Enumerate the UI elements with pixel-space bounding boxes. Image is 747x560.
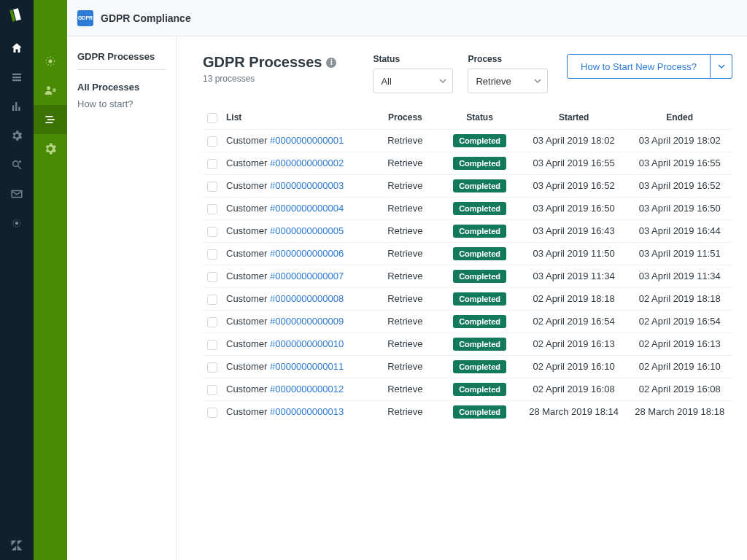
process-cell: Retrieve bbox=[372, 265, 439, 287]
side-link-how-to-start[interactable]: How to start? bbox=[77, 98, 166, 109]
customer-cell: Customer #0000000000011 bbox=[222, 355, 372, 378]
chevron-down-icon bbox=[718, 63, 725, 70]
process-cell: Retrieve bbox=[372, 378, 439, 400]
nav-admin-icon[interactable] bbox=[0, 121, 34, 150]
status-badge: Completed bbox=[453, 383, 506, 396]
customer-prefix: Customer bbox=[226, 361, 270, 372]
status-filter-label: Status bbox=[373, 54, 453, 64]
customer-link[interactable]: #0000000000007 bbox=[270, 271, 344, 281]
processes-table: List Process Status Started Ended Custom… bbox=[203, 106, 732, 423]
customer-link[interactable]: #0000000000010 bbox=[270, 338, 344, 349]
customer-cell: Customer #0000000000010 bbox=[222, 332, 372, 355]
process-filter-select[interactable]: Retrieve bbox=[468, 69, 548, 93]
nav-search-icon[interactable] bbox=[0, 150, 34, 179]
status-badge: Completed bbox=[453, 225, 506, 238]
topbar: GDPR GDPR Compliance bbox=[67, 0, 747, 36]
row-checkbox[interactable] bbox=[207, 227, 217, 237]
status-cell: Completed bbox=[438, 287, 521, 310]
status-filter-select[interactable]: All bbox=[373, 69, 453, 93]
ended-cell: 02 April 2019 16:13 bbox=[627, 332, 732, 355]
customer-link[interactable]: #0000000000001 bbox=[270, 135, 344, 146]
subnav-overview-icon[interactable] bbox=[34, 47, 67, 76]
customer-cell: Customer #0000000000012 bbox=[222, 378, 372, 400]
th-process: Process bbox=[372, 106, 439, 129]
status-filter-value: All bbox=[381, 76, 391, 87]
started-cell: 02 April 2019 16:08 bbox=[521, 378, 627, 400]
customer-link[interactable]: #0000000000005 bbox=[270, 225, 344, 236]
svg-point-9 bbox=[47, 86, 50, 90]
ended-cell: 03 April 2019 18:02 bbox=[627, 129, 732, 152]
status-badge: Completed bbox=[453, 338, 506, 351]
customer-cell: Customer #0000000000009 bbox=[222, 310, 372, 332]
process-cell: Retrieve bbox=[372, 152, 439, 174]
brand-footer-icon bbox=[0, 531, 34, 560]
status-cell: Completed bbox=[438, 174, 521, 197]
row-checkbox[interactable] bbox=[207, 136, 217, 147]
row-checkbox[interactable] bbox=[207, 272, 217, 282]
started-cell: 02 April 2019 16:10 bbox=[521, 355, 627, 378]
row-checkbox[interactable] bbox=[207, 385, 217, 395]
customer-prefix: Customer bbox=[226, 271, 270, 281]
customer-prefix: Customer bbox=[226, 316, 270, 327]
nav-home-icon[interactable] bbox=[0, 34, 34, 63]
svg-rect-10 bbox=[45, 116, 53, 117]
status-badge: Completed bbox=[453, 270, 506, 283]
row-checkbox[interactable] bbox=[207, 317, 217, 327]
nav-mail-icon[interactable] bbox=[0, 179, 34, 209]
customer-link[interactable]: #0000000000009 bbox=[270, 316, 344, 327]
app-title: GDPR Compliance bbox=[101, 12, 191, 24]
process-cell: Retrieve bbox=[372, 355, 439, 378]
customer-link[interactable]: #0000000000013 bbox=[270, 406, 344, 417]
chevron-down-icon bbox=[534, 77, 541, 85]
customer-link[interactable]: #0000000000006 bbox=[270, 248, 344, 259]
nav-apps-icon[interactable] bbox=[0, 209, 34, 238]
select-all-checkbox[interactable] bbox=[207, 113, 217, 123]
row-checkbox[interactable] bbox=[207, 204, 217, 214]
customer-link[interactable]: #0000000000012 bbox=[270, 384, 344, 394]
info-icon[interactable]: i bbox=[326, 58, 336, 68]
status-badge: Completed bbox=[453, 315, 506, 328]
row-checkbox[interactable] bbox=[207, 408, 217, 418]
subnav-settings-icon[interactable] bbox=[34, 134, 67, 163]
customer-cell: Customer #0000000000006 bbox=[222, 242, 372, 265]
subnav-customers-icon[interactable] bbox=[34, 76, 67, 105]
customer-cell: Customer #0000000000008 bbox=[222, 287, 372, 310]
subnav-processes-icon[interactable] bbox=[34, 105, 67, 134]
process-cell: Retrieve bbox=[372, 400, 439, 423]
nav-reports-icon[interactable] bbox=[0, 92, 34, 121]
th-ended: Ended bbox=[627, 106, 732, 129]
new-process-dropdown[interactable] bbox=[711, 54, 732, 79]
ended-cell: 03 April 2019 16:52 bbox=[627, 174, 732, 197]
ended-cell: 03 April 2019 11:34 bbox=[627, 265, 732, 287]
row-checkbox[interactable] bbox=[207, 182, 217, 192]
process-filter-value: Retrieve bbox=[476, 76, 511, 87]
customer-link[interactable]: #0000000000004 bbox=[270, 203, 344, 214]
process-cell: Retrieve bbox=[372, 332, 439, 355]
status-cell: Completed bbox=[438, 219, 521, 242]
status-badge: Completed bbox=[453, 179, 506, 192]
customer-link[interactable]: #0000000000002 bbox=[270, 158, 344, 168]
status-cell: Completed bbox=[438, 310, 521, 332]
nav-views-icon[interactable] bbox=[0, 63, 34, 92]
svg-line-3 bbox=[18, 166, 22, 170]
customer-prefix: Customer bbox=[226, 338, 270, 349]
row-checkbox[interactable] bbox=[207, 159, 217, 169]
customer-link[interactable]: #0000000000003 bbox=[270, 180, 344, 191]
status-cell: Completed bbox=[438, 332, 521, 355]
row-checkbox[interactable] bbox=[207, 249, 217, 260]
process-cell: Retrieve bbox=[372, 219, 439, 242]
customer-prefix: Customer bbox=[226, 180, 270, 191]
customer-cell: Customer #0000000000003 bbox=[222, 174, 372, 197]
table-row: Customer #0000000000010RetrieveCompleted… bbox=[203, 332, 732, 355]
new-process-button[interactable]: How to Start New Process? bbox=[567, 54, 711, 79]
customer-cell: Customer #0000000000001 bbox=[222, 129, 372, 152]
table-row: Customer #0000000000012RetrieveCompleted… bbox=[203, 378, 732, 400]
side-link-all-processes[interactable]: All Processes bbox=[77, 82, 166, 93]
table-row: Customer #0000000000007RetrieveCompleted… bbox=[203, 265, 732, 287]
customer-link[interactable]: #0000000000008 bbox=[270, 293, 344, 304]
chevron-down-icon bbox=[439, 77, 446, 85]
row-checkbox[interactable] bbox=[207, 340, 217, 350]
row-checkbox[interactable] bbox=[207, 295, 217, 305]
row-checkbox[interactable] bbox=[207, 362, 217, 373]
customer-link[interactable]: #0000000000011 bbox=[270, 361, 344, 372]
